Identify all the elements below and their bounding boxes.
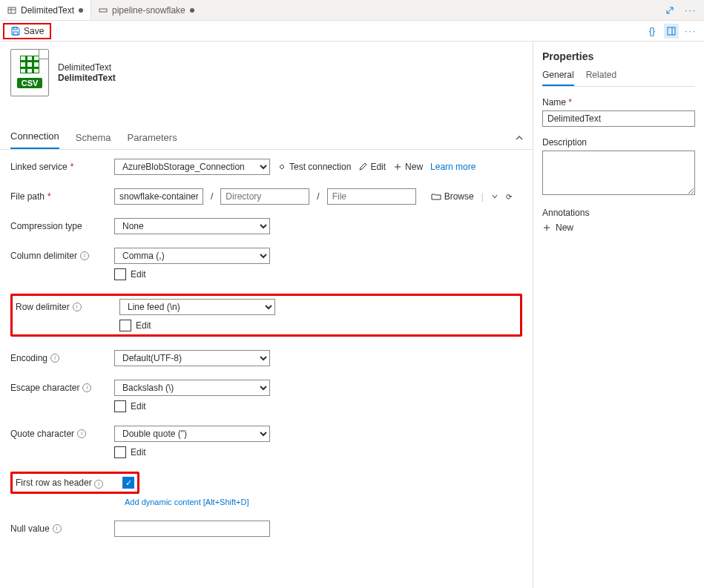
test-connection-button[interactable]: Test connection xyxy=(277,162,351,172)
escape-char-edit-checkbox[interactable] xyxy=(114,400,126,412)
add-annotation-button[interactable]: New xyxy=(542,222,695,233)
new-linked-service-button[interactable]: New xyxy=(393,162,423,172)
save-label: Save xyxy=(24,26,44,36)
quote-char-label: Quote character xyxy=(10,429,74,439)
svg-rect-3 xyxy=(99,9,107,12)
tab-dirty-indicator xyxy=(190,8,194,13)
prop-annotations-label: Annotations xyxy=(542,208,695,218)
edit-linked-service-button[interactable]: Edit xyxy=(358,162,386,172)
dataset-toolbar: Save {} ··· xyxy=(0,21,704,42)
properties-title: Properties xyxy=(542,50,695,62)
expand-icon[interactable] xyxy=(662,3,677,18)
tab-dirty-indicator xyxy=(79,8,83,13)
path-separator: / xyxy=(317,191,319,202)
tab-label: pipeline-snowflake xyxy=(112,5,185,16)
prop-description-input[interactable] xyxy=(542,151,695,195)
properties-pane-icon[interactable] xyxy=(664,24,679,39)
compression-select[interactable]: None xyxy=(114,218,270,234)
dataset-name: DelimitedText xyxy=(58,73,116,83)
add-dynamic-content-link[interactable]: Add dynamic content [Alt+Shift+D] xyxy=(125,498,249,506)
section-tab-schema[interactable]: Schema xyxy=(76,132,111,149)
filepath-directory-input[interactable] xyxy=(220,188,309,205)
linked-service-label: Linked service xyxy=(10,162,68,172)
linked-service-select[interactable]: AzureBlobStorage_Connection xyxy=(114,159,270,175)
info-icon[interactable]: i xyxy=(94,480,103,489)
info-icon[interactable]: i xyxy=(77,429,86,438)
prop-description-label: Description xyxy=(542,137,695,148)
null-value-input[interactable] xyxy=(114,521,270,537)
svg-rect-0 xyxy=(8,7,16,13)
check-icon: ✓ xyxy=(125,479,132,487)
column-delimiter-edit-label: Edit xyxy=(131,269,146,280)
pipeline-icon xyxy=(99,6,108,15)
save-button[interactable]: Save xyxy=(3,23,51,39)
section-tab-parameters[interactable]: Parameters xyxy=(127,132,177,149)
row-delimiter-edit-checkbox[interactable] xyxy=(119,320,131,331)
dataset-type-label: DelimitedText xyxy=(58,62,116,73)
csv-grid-icon xyxy=(20,56,39,73)
info-icon[interactable]: i xyxy=(50,354,59,363)
properties-pane: Properties General Related Name * Descri… xyxy=(533,42,704,588)
csv-badge: CSV xyxy=(17,78,43,88)
quote-char-edit-checkbox[interactable] xyxy=(114,446,126,458)
learn-more-link[interactable]: Learn more xyxy=(430,162,476,172)
properties-tab-related[interactable]: Related xyxy=(586,70,616,86)
encoding-label: Encoding xyxy=(10,353,47,363)
svg-rect-6 xyxy=(668,27,675,35)
new-annotation-label: New xyxy=(556,222,573,233)
required-asterisk: * xyxy=(70,162,74,172)
tab-delimitedtext[interactable]: DelimitedText xyxy=(0,0,91,20)
path-separator: / xyxy=(211,191,213,202)
browse-dropdown[interactable] xyxy=(491,193,499,200)
escape-char-select[interactable]: Backslash (\) xyxy=(114,380,270,396)
plus-icon xyxy=(542,223,551,232)
encoding-select[interactable]: Default(UTF-8) xyxy=(114,350,270,366)
compression-label: Compression type xyxy=(10,221,82,231)
save-icon xyxy=(10,26,21,36)
tab-label: DelimitedText xyxy=(21,5,74,16)
quote-char-edit-label: Edit xyxy=(131,447,146,457)
null-value-label: Null value xyxy=(10,523,50,534)
first-row-header-label: First row as header xyxy=(16,478,92,488)
browse-button[interactable]: Browse xyxy=(431,191,474,202)
folder-icon xyxy=(431,192,441,201)
escape-char-edit-label: Edit xyxy=(131,401,146,412)
dataset-icon xyxy=(7,6,16,15)
escape-char-label: Escape character xyxy=(10,383,79,393)
quote-char-select[interactable]: Double quote (") xyxy=(114,426,270,442)
code-view-icon[interactable]: {} xyxy=(645,24,659,39)
row-delimiter-label: Row delimiter xyxy=(16,302,70,312)
dataset-header: CSV DelimitedText DelimitedText xyxy=(0,42,533,126)
section-tab-connection[interactable]: Connection xyxy=(10,131,59,149)
row-delimiter-select[interactable]: Line feed (\n) xyxy=(119,299,275,315)
column-delimiter-edit-checkbox[interactable] xyxy=(114,268,126,280)
file-path-label: File path xyxy=(10,191,45,202)
tab-pipeline-snowflake[interactable]: pipeline-snowflake xyxy=(91,0,202,20)
svg-rect-4 xyxy=(13,32,18,35)
column-delimiter-label: Column delimiter xyxy=(10,251,77,261)
svg-rect-5 xyxy=(13,27,17,30)
row-delimiter-edit-label: Edit xyxy=(136,320,151,331)
info-icon[interactable]: i xyxy=(80,251,89,260)
prop-name-label: Name xyxy=(542,97,566,108)
section-collapse-toggle[interactable] xyxy=(515,133,524,145)
filepath-more-action[interactable]: ⟳ xyxy=(506,193,512,201)
more-actions-icon[interactable]: ··· xyxy=(683,24,698,39)
filepath-container-input[interactable] xyxy=(114,188,203,205)
first-row-header-checkbox[interactable]: ✓ xyxy=(122,477,134,489)
required-asterisk: * xyxy=(47,191,51,202)
filepath-file-input[interactable] xyxy=(327,188,416,205)
info-icon[interactable]: i xyxy=(73,303,82,311)
pencil-icon xyxy=(358,162,367,171)
info-icon[interactable]: i xyxy=(82,383,91,392)
prop-name-input[interactable] xyxy=(542,110,695,127)
test-connection-icon xyxy=(277,162,286,171)
required-asterisk: * xyxy=(568,97,572,108)
properties-tab-general[interactable]: General xyxy=(542,70,574,86)
dataset-thumbnail: CSV xyxy=(10,49,49,96)
column-delimiter-select[interactable]: Comma (,) xyxy=(114,248,270,264)
section-tabs: Connection Schema Parameters xyxy=(0,126,533,150)
plus-icon xyxy=(393,162,402,171)
info-icon[interactable]: i xyxy=(53,524,62,533)
more-icon[interactable]: ··· xyxy=(683,3,698,18)
